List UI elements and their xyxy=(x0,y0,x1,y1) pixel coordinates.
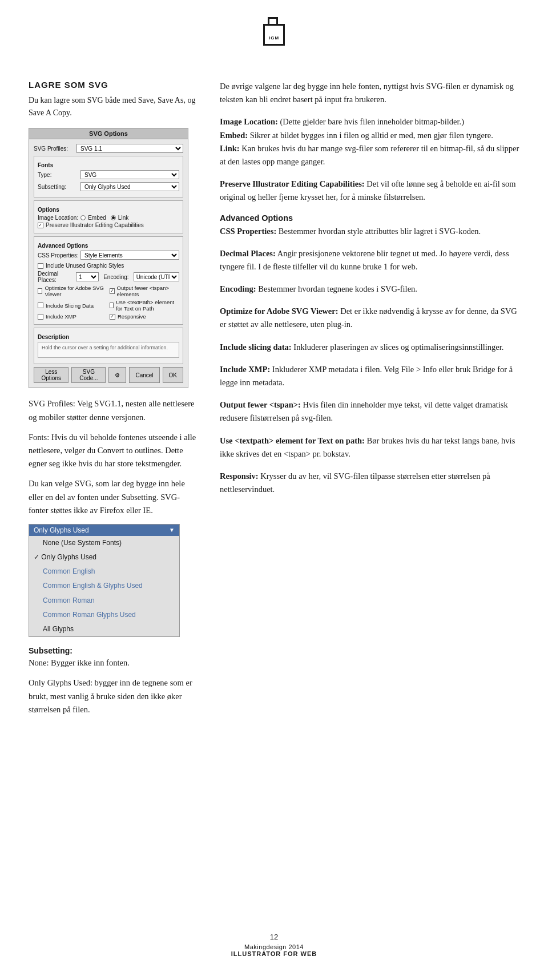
xmp-label: Include XMP xyxy=(46,313,76,320)
advanced-label: Advanced Options xyxy=(38,243,179,249)
settings-button[interactable]: ⚙ xyxy=(108,367,126,383)
dropdown-item-3[interactable]: Common English & Glyphs Used xyxy=(29,579,179,593)
output-fewer-label: Output fewer <tspan> elements xyxy=(117,285,179,297)
decimal-encoding-row: Decimal Places: 1 Encoding: Unicode (UTF… xyxy=(38,271,179,283)
brand-line1: Makingdesign 2014 xyxy=(0,943,548,950)
optimize-bold: Optimize for Adobe SVG Viewer: xyxy=(220,306,339,316)
css-text: Bestemmer hvordan style attributtes blir… xyxy=(276,227,481,236)
desc-label: Description xyxy=(38,334,179,340)
logo-wrapper: IGM xyxy=(261,17,287,48)
svg-code-button[interactable]: SVG Code... xyxy=(71,367,106,383)
type-row: Type: SVG xyxy=(38,170,179,179)
encoding-select[interactable]: Unicode (UTF-8) xyxy=(134,272,179,281)
xmp-para: Include XMP: Inkluderer XMP metadata i f… xyxy=(220,363,519,389)
responsive-cell: Responsive xyxy=(110,313,179,320)
slicing-text: Inkluderer plaseringen av slices og opti… xyxy=(292,342,504,352)
textpath-cell: Use <textPath> element for Text on Path xyxy=(110,299,179,312)
main-content: LAGRE SOM SVG Du kan lagre som SVG både … xyxy=(29,80,519,723)
image-location-text: (Dette gjelder bare hvis filen inneholde… xyxy=(278,117,464,126)
description-section: Description Hold the cursor over a setti… xyxy=(34,328,183,364)
preserve-bold: Preserve Illustrator Editing Capabilitie… xyxy=(220,179,365,188)
subsetting-row: Subsetting: Only Glyphs Used xyxy=(38,182,179,191)
dropdown-item-5[interactable]: Common Roman Glyphs Used xyxy=(29,608,179,622)
preserve-checkbox[interactable] xyxy=(38,223,43,228)
preserve-row: Preserve Illustrator Editing Capabilitie… xyxy=(38,222,179,228)
responsive-checkbox[interactable] xyxy=(110,314,115,320)
only-glyphs-text: Only Glyphs Used: bygger inn de tegnene … xyxy=(29,676,197,716)
slicing-textpath-row: Include Slicing Data Use <textPath> elem… xyxy=(38,299,179,312)
dropdown-arrow-icon: ▼ xyxy=(169,527,175,533)
image-location-bold: Image Location: xyxy=(220,117,278,126)
optimize-cell: Optimize for Adobe SVG Viewer xyxy=(38,285,107,297)
slicing-label: Include Slicing Data xyxy=(46,303,94,309)
optimize-checkbox[interactable] xyxy=(38,288,42,294)
profiles-select[interactable]: SVG 1.1 xyxy=(76,144,183,153)
image-location-label: Image Location: xyxy=(38,215,78,221)
fonts-section: Fonts Type: SVG Subsetting: Only Glyphs … xyxy=(34,156,183,197)
slicing-cell: Include Slicing Data xyxy=(38,299,107,312)
options-section: Options Image Location: Embed Link Prese… xyxy=(34,200,183,233)
right-column: De øvrige valgene lar deg bygge inn hele… xyxy=(220,80,519,723)
embed-label: Embed xyxy=(88,215,106,221)
type-select[interactable]: SVG xyxy=(80,170,179,179)
xmp-cell: Include XMP xyxy=(38,313,107,320)
include-unused-checkbox[interactable] xyxy=(38,263,43,269)
options-label: Options xyxy=(38,207,179,213)
textpath-checkbox[interactable] xyxy=(110,303,114,308)
responsiv-text: Krysser du av her, vil SVG-filen tilpass… xyxy=(220,471,490,494)
preserve-label: Preserve Illustrator Editing Capabilitie… xyxy=(46,222,144,228)
section-subtitle: Du kan lagre som SVG både med Save, Save… xyxy=(29,94,197,119)
embed-bold: Embed: xyxy=(220,131,248,140)
less-options-button[interactable]: Less Options xyxy=(34,367,68,383)
responsiv-para: Responsiv: Krysser du av her, vil SVG-fi… xyxy=(220,470,519,496)
dialog-buttons: Less Options SVG Code... ⚙ Cancel OK xyxy=(34,367,183,383)
dropdown-selected: Only Glyphs Used xyxy=(34,526,89,534)
igm-logo: IGM xyxy=(261,17,287,46)
subsetting-label: Subsetting: xyxy=(38,184,80,190)
logo-outer: IGM xyxy=(263,24,285,46)
slicing-checkbox[interactable] xyxy=(38,303,43,308)
decimal-label: Decimal Places: xyxy=(38,271,71,283)
du-kan-text: Du kan velge SVG, som lar deg bygge inn … xyxy=(29,477,197,517)
type-label: Type: xyxy=(38,172,80,178)
link-label: Link xyxy=(118,215,128,221)
dropdown-header[interactable]: Only Glyphs Used ▼ xyxy=(29,525,179,536)
css-select[interactable]: Style Elements xyxy=(80,251,179,260)
textpath-label: Use <textPath> element for Text on Path xyxy=(116,299,179,312)
dropdown-item-1[interactable]: Only Glyphs Used xyxy=(29,550,179,564)
embed-radio[interactable] xyxy=(80,215,86,220)
dropdown-item-0[interactable]: None (Use System Fonts) xyxy=(29,536,179,550)
section-title: LAGRE SOM SVG xyxy=(29,80,197,90)
output-fewer-checkbox[interactable] xyxy=(110,288,115,294)
none-text: None: Bygger ikke inn fonten. xyxy=(29,656,197,670)
brand-line2: ILLUSTRATOR FOR WEB xyxy=(0,950,548,957)
svg-options-dialog: SVG Options SVG Profiles: SVG 1.1 Fonts … xyxy=(29,128,188,388)
optimize-output-row: Optimize for Adobe SVG Viewer Output few… xyxy=(38,285,179,297)
dropdown-item-4[interactable]: Common Roman xyxy=(29,594,179,608)
responsiv-bold: Responsiv: xyxy=(220,471,259,481)
link-radio[interactable] xyxy=(111,215,116,220)
decimal-bold: Decimal Places: xyxy=(220,249,276,258)
embed-text: Sikrer at bildet bygges inn i filen og a… xyxy=(248,131,493,140)
xmp-checkbox[interactable] xyxy=(38,314,43,320)
optimize-para: Optimize for Adobe SVG Viewer: Det er ik… xyxy=(220,305,519,331)
subsetting-heading: Subsetting: xyxy=(29,646,197,655)
dialog-titlebar: SVG Options xyxy=(29,128,188,139)
ok-button[interactable]: OK xyxy=(163,367,183,383)
output-fewer-cell: Output fewer <tspan> elements xyxy=(110,285,179,297)
page-container: IGM LAGRE SOM SVG Du kan lagre som SVG b… xyxy=(0,0,548,980)
css-para: CSS Properties: Bestemmer hvordan style … xyxy=(220,225,519,238)
encoding-label: Encoding: xyxy=(103,274,128,280)
output-bold: Output fewer <tspan>: xyxy=(220,400,301,409)
subsetting-select[interactable]: Only Glyphs Used xyxy=(80,182,179,191)
encoding-para: Encoding: Bestemmer hvordan tegnene kode… xyxy=(220,283,519,296)
desc-text: Hold the cursor over a setting for addit… xyxy=(38,342,179,358)
cancel-button[interactable]: Cancel xyxy=(129,367,159,383)
page-number: 12 xyxy=(0,933,548,941)
xmp-responsive-row: Include XMP Responsive xyxy=(38,313,179,320)
decimal-select[interactable]: 1 xyxy=(76,272,99,281)
dropdown-item-6[interactable]: All Glyphs xyxy=(29,622,179,636)
dropdown-item-2[interactable]: Common English xyxy=(29,564,179,579)
include-unused-row: Include Unused Graphic Styles xyxy=(38,263,179,269)
advanced-section: Advanced Options CSS Properties: Style E… xyxy=(34,236,183,325)
